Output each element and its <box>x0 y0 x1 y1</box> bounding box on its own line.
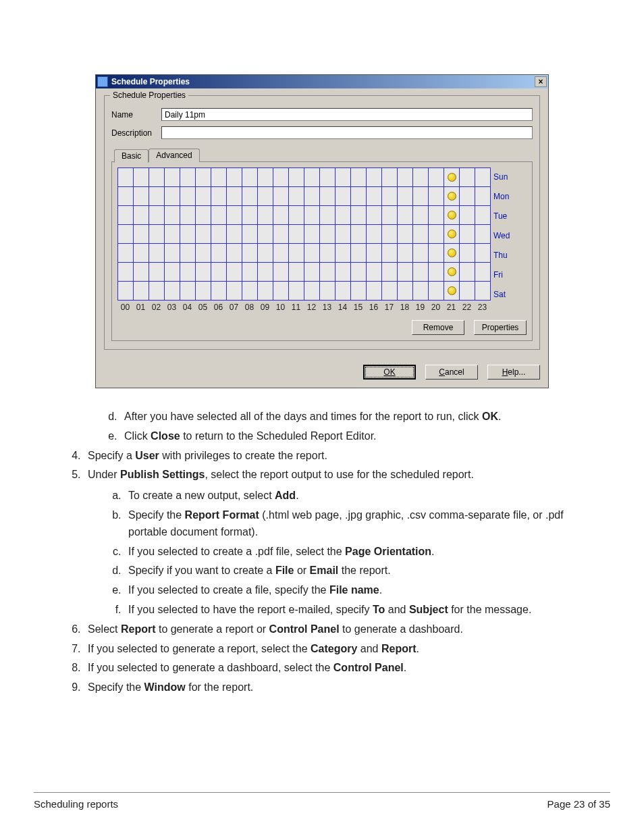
schedule-cell[interactable] <box>429 244 444 263</box>
schedule-cell[interactable] <box>227 187 242 206</box>
schedule-cell[interactable] <box>242 244 258 263</box>
description-field[interactable] <box>161 126 533 139</box>
schedule-cell[interactable] <box>398 282 413 301</box>
schedule-cell[interactable] <box>258 187 273 206</box>
schedule-cell[interactable] <box>367 263 382 282</box>
schedule-cell[interactable] <box>351 263 367 282</box>
tab-basic[interactable]: Basic <box>114 149 149 163</box>
schedule-cell[interactable] <box>367 168 382 187</box>
schedule-cell[interactable] <box>196 225 211 244</box>
schedule-cell[interactable] <box>149 225 165 244</box>
schedule-cell[interactable] <box>413 187 429 206</box>
schedule-cell[interactable] <box>180 282 196 301</box>
schedule-cell[interactable] <box>149 263 165 282</box>
schedule-cell[interactable] <box>196 187 211 206</box>
cancel-button[interactable]: Cancel <box>425 365 478 380</box>
schedule-cell[interactable] <box>336 225 351 244</box>
schedule-cell[interactable] <box>196 244 211 263</box>
schedule-cell[interactable] <box>211 187 227 206</box>
schedule-cell[interactable] <box>444 225 460 244</box>
schedule-cell[interactable] <box>165 225 180 244</box>
schedule-cell[interactable] <box>460 282 475 301</box>
schedule-cell[interactable] <box>180 225 196 244</box>
schedule-cell[interactable] <box>289 187 304 206</box>
schedule-cell[interactable] <box>134 244 149 263</box>
schedule-cell[interactable] <box>273 187 289 206</box>
schedule-cell[interactable] <box>460 263 475 282</box>
schedule-cell[interactable] <box>336 282 351 301</box>
schedule-cell[interactable] <box>367 244 382 263</box>
schedule-cell[interactable] <box>211 282 227 301</box>
schedule-cell[interactable] <box>429 225 444 244</box>
schedule-cell[interactable] <box>336 168 351 187</box>
schedule-cell[interactable] <box>351 187 367 206</box>
schedule-cell[interactable] <box>227 263 242 282</box>
schedule-cell[interactable] <box>211 263 227 282</box>
ok-button[interactable]: OK <box>363 365 416 380</box>
schedule-cell[interactable] <box>429 187 444 206</box>
schedule-cell[interactable] <box>460 168 475 187</box>
schedule-cell[interactable] <box>242 225 258 244</box>
schedule-cell[interactable] <box>429 206 444 225</box>
schedule-cell[interactable] <box>227 206 242 225</box>
schedule-cell[interactable] <box>475 187 491 206</box>
schedule-cell[interactable] <box>273 244 289 263</box>
schedule-cell[interactable] <box>444 168 460 187</box>
schedule-cell[interactable] <box>460 206 475 225</box>
schedule-cell[interactable] <box>211 168 227 187</box>
schedule-cell[interactable] <box>180 206 196 225</box>
schedule-cell[interactable] <box>475 168 491 187</box>
schedule-cell[interactable] <box>413 263 429 282</box>
schedule-cell[interactable] <box>320 206 336 225</box>
schedule-cell[interactable] <box>258 282 273 301</box>
help-button[interactable]: Help... <box>487 365 540 380</box>
schedule-cell[interactable] <box>165 244 180 263</box>
schedule-cell[interactable] <box>444 187 460 206</box>
schedule-cell[interactable] <box>180 263 196 282</box>
schedule-cell[interactable] <box>429 282 444 301</box>
schedule-cell[interactable] <box>289 225 304 244</box>
close-icon[interactable]: × <box>535 76 547 87</box>
schedule-cell[interactable] <box>165 187 180 206</box>
schedule-cell[interactable] <box>382 263 398 282</box>
schedule-cell[interactable] <box>304 282 320 301</box>
schedule-cell[interactable] <box>118 168 134 187</box>
schedule-cell[interactable] <box>196 282 211 301</box>
schedule-cell[interactable] <box>118 263 134 282</box>
schedule-cell[interactable] <box>196 263 211 282</box>
schedule-cell[interactable] <box>398 206 413 225</box>
schedule-cell[interactable] <box>227 168 242 187</box>
schedule-cell[interactable] <box>149 187 165 206</box>
schedule-cell[interactable] <box>273 282 289 301</box>
schedule-cell[interactable] <box>273 263 289 282</box>
schedule-cell[interactable] <box>351 206 367 225</box>
schedule-cell[interactable] <box>227 282 242 301</box>
schedule-cell[interactable] <box>118 282 134 301</box>
schedule-cell[interactable] <box>273 225 289 244</box>
schedule-cell[interactable] <box>149 282 165 301</box>
schedule-cell[interactable] <box>336 244 351 263</box>
schedule-cell[interactable] <box>367 187 382 206</box>
schedule-cell[interactable] <box>475 225 491 244</box>
schedule-cell[interactable] <box>304 168 320 187</box>
schedule-cell[interactable] <box>258 206 273 225</box>
schedule-cell[interactable] <box>398 225 413 244</box>
schedule-cell[interactable] <box>149 168 165 187</box>
schedule-cell[interactable] <box>289 168 304 187</box>
schedule-cell[interactable] <box>149 206 165 225</box>
schedule-cell[interactable] <box>118 187 134 206</box>
schedule-cell[interactable] <box>320 244 336 263</box>
schedule-cell[interactable] <box>460 244 475 263</box>
schedule-cell[interactable] <box>320 263 336 282</box>
schedule-cell[interactable] <box>320 187 336 206</box>
schedule-cell[interactable] <box>242 263 258 282</box>
schedule-cell[interactable] <box>398 168 413 187</box>
schedule-cell[interactable] <box>382 168 398 187</box>
schedule-cell[interactable] <box>289 282 304 301</box>
properties-button[interactable]: Properties <box>474 320 527 335</box>
schedule-cell[interactable] <box>413 244 429 263</box>
schedule-cell[interactable] <box>475 206 491 225</box>
schedule-cell[interactable] <box>429 168 444 187</box>
schedule-cell[interactable] <box>289 244 304 263</box>
schedule-cell[interactable] <box>304 225 320 244</box>
